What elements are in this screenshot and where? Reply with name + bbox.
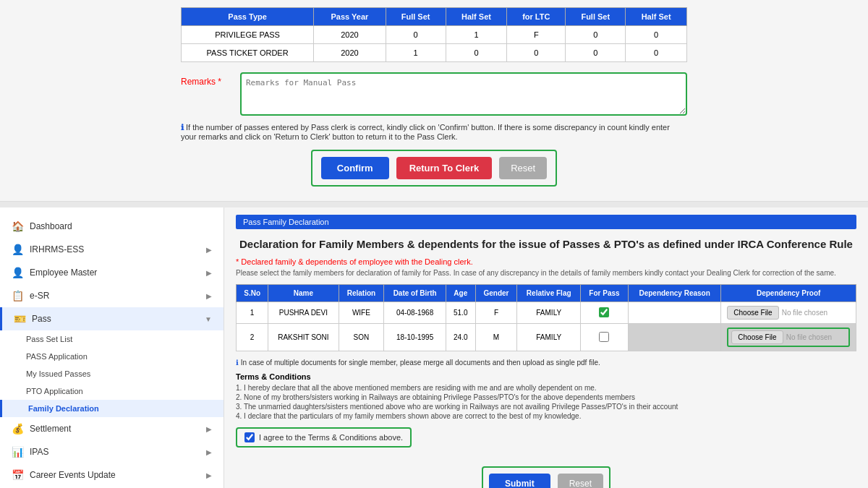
family-col-header: For Pass	[581, 285, 629, 302]
chevron-down-icon: ▼	[205, 315, 212, 323]
terms-section: Terms & Conditions 1. I hereby declare t…	[236, 372, 856, 420]
sidebar: 🏠 Dashboard 👤 IRHRMS-ESS ▶ 👤 Employee Ma…	[0, 207, 224, 488]
sidebar-subitem-pass-set-list[interactable]: Pass Set List	[0, 330, 224, 348]
agree-row: I agree to the Terms & Conditions above.	[236, 427, 412, 448]
table-cell: 2020	[314, 44, 386, 62]
reset-top-button[interactable]: Reset	[499, 157, 547, 179]
remarks-label: Remarks *	[181, 72, 231, 87]
chevron-right-icon: ▶	[206, 269, 212, 277]
sidebar-item-dashboard[interactable]: 🏠 Dashboard	[0, 215, 224, 238]
col-full-set2: Full Set	[566, 8, 626, 26]
col-pass-year: Pass Year	[314, 8, 386, 26]
chevron-right-icon: ▶	[206, 292, 212, 300]
dependency-proof-cell: Choose FileNo file chosen	[721, 302, 856, 324]
sidebar-item-employee-master[interactable]: 👤 Employee Master ▶	[0, 261, 224, 284]
terms-item: 1. I hereby declare that all the above m…	[236, 384, 856, 392]
confirm-button[interactable]: Confirm	[321, 157, 389, 179]
sidebar-item-e-sr[interactable]: 📋 e-SR ▶	[0, 284, 224, 307]
table-cell: PASS TICKET ORDER	[182, 44, 314, 62]
sidebar-item-label: IPAS	[30, 447, 48, 457]
sidebar-item-label: Settlement	[30, 424, 71, 434]
main-content: Pass Family Declaration Declaration for …	[224, 207, 868, 488]
info-note: Please select the family members for dec…	[236, 269, 856, 277]
declaration-title: Declaration for Family Members & depende…	[236, 238, 856, 250]
home-icon: 🏠	[12, 221, 24, 232]
table-cell: 0	[626, 26, 687, 44]
family-col-header: Date of Birth	[384, 285, 446, 302]
calendar-icon: 📅	[12, 469, 24, 481]
choose-file-button[interactable]: Choose File	[727, 306, 778, 320]
document-icon: 📋	[12, 290, 24, 301]
sidebar-subitem-pass-application[interactable]: PASS Application	[0, 348, 224, 365]
family-table: S.NoNameRelationDate of BirthAgeGenderRe…	[236, 284, 856, 351]
chevron-right-icon: ▶	[206, 471, 212, 479]
table-cell: 0	[566, 44, 626, 62]
sidebar-subitem-family-declaration[interactable]: Family Declaration	[0, 400, 224, 417]
terms-item: 4. I declare that the particulars of my …	[236, 412, 856, 420]
sidebar-item-label: Dashboard	[30, 221, 72, 231]
sidebar-item-pass[interactable]: 🎫 Pass ▼	[0, 307, 224, 330]
for-pass-checkbox[interactable]	[599, 332, 609, 342]
user-icon: 👤	[12, 244, 24, 255]
for-pass-cell	[581, 324, 629, 351]
pass-table: Pass Type Pass Year Full Set Half Set fo…	[181, 7, 687, 62]
col-for-ltc: for LTC	[507, 8, 566, 26]
remarks-textarea[interactable]	[240, 72, 687, 116]
table-cell: 2	[237, 324, 268, 351]
reset-bottom-button[interactable]: Reset	[558, 474, 603, 488]
table-cell: FAMILY	[517, 324, 581, 351]
table-cell: 0	[446, 44, 507, 62]
table-cell: WIFE	[339, 302, 384, 324]
choose-file-button[interactable]: Choose File	[731, 330, 783, 344]
table-cell: 0	[507, 44, 566, 62]
sidebar-item-settlement[interactable]: 💰 Settlement ▶	[0, 417, 224, 440]
col-half-set2: Half Set	[626, 8, 687, 26]
table-cell: PRIVILEGE PASS	[182, 26, 314, 44]
terms-item: 3. The unmarried daughters/sisters menti…	[236, 403, 856, 411]
no-file-text: No file chosen	[782, 309, 827, 317]
sidebar-subitem-pto-application[interactable]: PTO Application	[0, 382, 224, 400]
family-col-header: Gender	[475, 285, 517, 302]
family-col-header: S.No	[237, 285, 268, 302]
table-cell: 1	[386, 44, 446, 62]
table-cell: SON	[339, 324, 384, 351]
table-cell: PUSHRA DEVI	[268, 302, 339, 324]
settlement-icon: 💰	[12, 423, 24, 435]
sidebar-item-irhrms-ess[interactable]: 👤 IRHRMS-ESS ▶	[0, 238, 224, 261]
bottom-action-buttons: Submit Reset	[482, 466, 610, 488]
table-cell: F	[475, 302, 517, 324]
info-icon2: ℹ	[236, 359, 239, 367]
dependency-reason-cell	[628, 324, 720, 351]
agree-label: I agree to the Terms & Conditions above.	[259, 433, 403, 442]
dependency-reason-cell	[628, 302, 720, 324]
sidebar-item-career-events[interactable]: 📅 Career Events Update ▶	[0, 463, 224, 487]
table-cell: F	[507, 26, 566, 44]
family-col-header: Dependency Proof	[721, 285, 856, 302]
info-icon: ℹ	[181, 123, 184, 132]
sidebar-item-ipas[interactable]: 📊 IPAS ▶	[0, 440, 224, 463]
agree-checkbox[interactable]	[244, 432, 255, 442]
sidebar-item-label: IRHRMS-ESS	[30, 244, 84, 254]
family-col-header: Dependency Reason	[628, 285, 720, 302]
for-pass-cell	[581, 302, 629, 324]
table-cell: 24.0	[446, 324, 475, 351]
terms-item: 2. None of my brothers/sisters working i…	[236, 393, 856, 401]
employee-icon: 👤	[12, 267, 24, 278]
ipas-icon: 📊	[12, 446, 24, 458]
submit-button[interactable]: Submit	[489, 474, 550, 488]
sidebar-subitem-my-issued-passes[interactable]: My Issued Passes	[0, 365, 224, 382]
table-cell: 04-08-1968	[384, 302, 446, 324]
sidebar-item-label: e-SR	[30, 291, 49, 301]
no-file-text: No file chosen	[786, 333, 832, 341]
for-pass-checkbox[interactable]	[599, 307, 609, 317]
table-cell: 1	[446, 26, 507, 44]
top-action-buttons: Confirm Return To Clerk Reset	[311, 150, 557, 187]
pass-icon: 🎫	[14, 313, 26, 325]
table-cell: 18-10-1995	[384, 324, 446, 351]
table-cell: RAKSHIT SONI	[268, 324, 339, 351]
return-to-clerk-button[interactable]: Return To Clerk	[396, 157, 493, 179]
family-col-header: Age	[446, 285, 475, 302]
merge-info: ℹ In case of multiple documents for sing…	[236, 359, 856, 367]
family-col-header: Relation	[339, 285, 384, 302]
chevron-right-icon: ▶	[206, 448, 212, 456]
